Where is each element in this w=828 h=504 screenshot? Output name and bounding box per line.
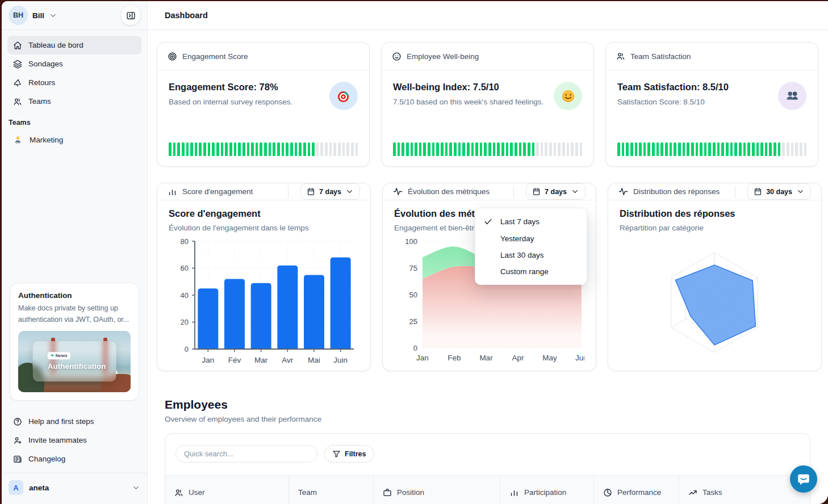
dropdown-item-last-30-days[interactable]: Last 30 days [475, 247, 587, 263]
tick [571, 142, 574, 156]
filters-button[interactable]: Filtres [324, 445, 374, 463]
workspace-switcher[interactable]: A aneta [2, 473, 147, 504]
svg-text:Juin: Juin [333, 356, 348, 364]
stat-card-text: Engagement Score: 78%Based on internal s… [169, 82, 292, 110]
employees-table-card: Filtres UserTeamPositionParticipationPer… [165, 433, 810, 504]
sidebar-user-row[interactable]: BH Bill [2, 1, 147, 30]
tick [221, 142, 224, 156]
tick [639, 142, 642, 156]
range-select-button[interactable]: 7 days [526, 183, 586, 200]
sidebar-section-label: Teams [2, 111, 147, 129]
dropdown-item-custom-range[interactable]: Custom range [475, 263, 587, 280]
tick [717, 142, 720, 156]
calendar-icon [307, 187, 315, 196]
sidebar-item-sondages[interactable]: Sondages [7, 54, 141, 73]
column-header-performance[interactable]: Performance [594, 476, 679, 504]
sidebar-item-label: Teams [28, 97, 51, 106]
panel-toggle-icon [126, 11, 136, 20]
busts-emoji-icon [778, 82, 806, 110]
column-header-position[interactable]: Position [374, 476, 500, 504]
trend-icon [688, 488, 697, 497]
stat-card-header-label: Engagement Score [182, 52, 248, 61]
column-header-participation[interactable]: Participation [500, 476, 594, 504]
content: Engagement ScoreEngagement Score: 78%Bas… [148, 30, 828, 504]
column-header-user[interactable]: User [165, 476, 289, 504]
tick [488, 142, 491, 156]
range-select-button[interactable]: 30 days [747, 183, 811, 200]
stat-card-title: Well-being Index: 7.5/10 [393, 82, 543, 93]
sidebar-item-changelog[interactable]: Changelog [7, 450, 141, 468]
stat-card-subtitle: Based on internal survey responses. [169, 98, 292, 106]
activity-icon [618, 187, 628, 196]
tick [316, 142, 319, 156]
users-icon [616, 52, 625, 61]
tick [467, 142, 470, 156]
sidebar-item-invite-teammates[interactable]: Invite teammates [7, 431, 141, 450]
tick [562, 142, 565, 156]
svg-text:Avr: Avr [282, 356, 294, 364]
dropdown-item-last-7-days[interactable]: Last 7 days [475, 213, 587, 230]
page-title: Dashboard [165, 11, 208, 20]
sidebar-team-list: Marketing [2, 129, 147, 149]
svg-text:Mar: Mar [479, 354, 493, 362]
sidebar-nav: Tableau de bordSondagesRetoursTeams [2, 30, 147, 111]
promo-card[interactable]: Authentication Make docs private by sett… [10, 283, 139, 401]
range-select-button[interactable]: 7 days [300, 183, 360, 200]
tick [558, 142, 561, 156]
app-window: BH Bill Tableau de bordSondagesRetoursTe… [2, 1, 828, 504]
tick [234, 142, 237, 156]
sidebar-item-tableau-de-bord[interactable]: Tableau de bord [7, 36, 141, 54]
stat-card-title: Engagement Score: 78% [169, 82, 292, 93]
tick [787, 142, 789, 156]
chart-card-distribution-des-reponses: Distribution des réponses30 daysDistribu… [608, 183, 822, 371]
chart-card-header: Évolution des métriques7 days [383, 183, 596, 200]
sidebar: BH Bill Tableau de bordSondagesRetoursTe… [2, 1, 148, 504]
chevron-down-icon [49, 11, 57, 20]
tick [423, 142, 426, 156]
tick [554, 142, 557, 156]
svg-text:40: 40 [181, 291, 189, 300]
sidebar-collapse-button[interactable] [121, 6, 140, 25]
tick [726, 142, 729, 156]
stat-card-employee-well-being: Employee Well-beingWell-being Index: 7.5… [381, 42, 594, 167]
tick [739, 142, 742, 156]
chat-bubble-button[interactable] [790, 465, 817, 493]
chart-card-header: Score d'engagement7 days [157, 183, 370, 200]
column-header-team[interactable]: Team [289, 476, 374, 504]
search-input[interactable] [175, 445, 317, 463]
svg-text:75: 75 [409, 264, 417, 272]
tick [398, 142, 400, 156]
tick [734, 142, 737, 156]
range-dropdown-menu: Last 7 daysYesterdayLast 30 daysCustom r… [475, 208, 587, 285]
sidebar-item-teams[interactable]: Teams [7, 92, 141, 111]
main-area: Dashboard Engagement ScoreEngagement Sco… [148, 1, 828, 504]
range-label: 7 days [545, 188, 567, 196]
tick [635, 142, 638, 156]
users-icon [174, 488, 183, 497]
sidebar-item-marketing[interactable]: Marketing [7, 130, 141, 149]
tick [351, 142, 354, 156]
tick [575, 142, 578, 156]
stat-card-team-satisfaction: Team SatisfactionTeam Satisfaction: 8.5/… [605, 42, 818, 167]
tick [260, 142, 262, 156]
tick [617, 142, 620, 156]
tick [704, 142, 707, 156]
sidebar-item-retours[interactable]: Retours [7, 73, 141, 92]
smile-outline-icon [392, 52, 402, 61]
svg-text:0: 0 [413, 344, 417, 352]
tick [333, 142, 336, 156]
tick [169, 142, 172, 156]
tick [208, 142, 211, 156]
tick [177, 142, 180, 156]
tick [630, 142, 633, 156]
dropdown-item-yesterday[interactable]: Yesterday [475, 230, 587, 247]
tick [549, 142, 552, 156]
tick [691, 142, 694, 156]
tick [515, 142, 517, 156]
chart-subtitle: Évolution de l'engagement dans le temps [169, 224, 359, 232]
workspace-name: aneta [29, 484, 49, 492]
tick [752, 142, 755, 156]
stat-card-title: Team Satisfaction: 8.5/10 [617, 82, 729, 93]
svg-text:May: May [542, 354, 557, 362]
sidebar-item-help-and-first-steps[interactable]: Help and first steps [7, 412, 141, 431]
